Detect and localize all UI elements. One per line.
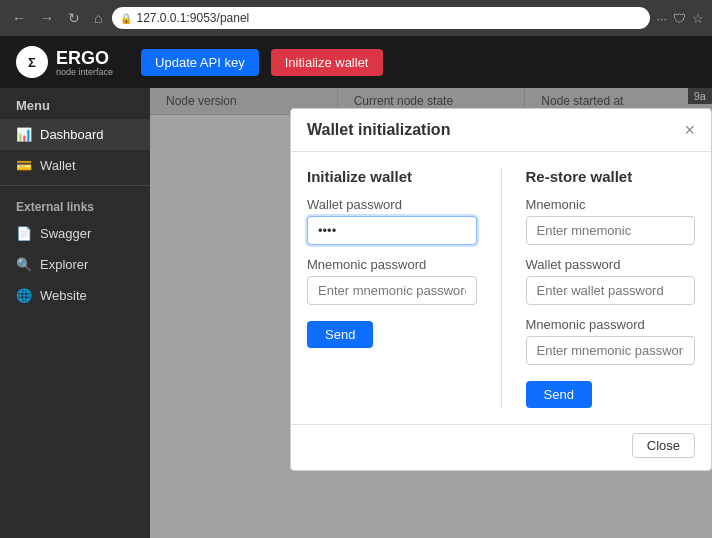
wallet-password-group: Wallet password [307, 197, 477, 245]
logo-area: Σ ERGO node interface [16, 46, 113, 78]
restore-wallet-password-group: Wallet password [526, 257, 696, 305]
modal-header: Wallet initialization × [291, 109, 711, 152]
dashboard-icon: 📊 [16, 127, 32, 142]
sidebar-wallet-label: Wallet [40, 158, 76, 173]
modal-body: Initialize wallet Wallet password Mnemon… [291, 152, 711, 424]
app-header: Σ ERGO node interface Update API key Ini… [0, 36, 712, 88]
modal-close-button[interactable]: Close [632, 433, 695, 458]
shield-icon: 🛡 [673, 11, 686, 26]
browser-bar: ← → ↻ ⌂ 🔒 127.0.0.1:9053/panel ··· 🛡 ☆ [0, 0, 712, 36]
sidebar-item-dashboard[interactable]: 📊 Dashboard [0, 119, 150, 150]
forward-button[interactable]: → [36, 8, 58, 28]
restore-mnemonic-group: Mnemonic [526, 197, 696, 245]
sidebar-divider [0, 185, 150, 186]
modal-close-x-button[interactable]: × [684, 121, 695, 139]
home-button[interactable]: ⌂ [90, 8, 106, 28]
browser-actions: ··· 🛡 ☆ [656, 11, 704, 26]
restore-wallet-password-input[interactable] [526, 276, 696, 305]
more-icon[interactable]: ··· [656, 11, 667, 26]
wallet-password-input[interactable] [307, 216, 477, 245]
address-bar[interactable]: 🔒 127.0.0.1:9053/panel [112, 7, 650, 29]
sidebar-swagger-label: Swagger [40, 226, 91, 241]
initialize-wallet-button[interactable]: Initialize wallet [271, 49, 383, 76]
init-wallet-send-button[interactable]: Send [307, 321, 373, 348]
restore-wallet-send-button[interactable]: Send [526, 381, 592, 408]
main-layout: Menu 📊 Dashboard 💳 Wallet External links… [0, 88, 712, 538]
refresh-button[interactable]: ↻ [64, 8, 84, 28]
logo-icon: Σ [16, 46, 48, 78]
mnemonic-password-input[interactable] [307, 276, 477, 305]
bookmark-icon[interactable]: ☆ [692, 11, 704, 26]
restore-mnemonic-password-input[interactable] [526, 336, 696, 365]
mnemonic-password-group: Mnemonic password [307, 257, 477, 305]
sidebar: Menu 📊 Dashboard 💳 Wallet External links… [0, 88, 150, 538]
restore-mnemonic-input[interactable] [526, 216, 696, 245]
explorer-icon: 🔍 [16, 257, 32, 272]
modal-title: Wallet initialization [307, 121, 450, 139]
sidebar-item-swagger[interactable]: 📄 Swagger [0, 218, 150, 249]
update-api-button[interactable]: Update API key [141, 49, 259, 76]
sidebar-dashboard-label: Dashboard [40, 127, 104, 142]
initialize-wallet-section: Initialize wallet Wallet password Mnemon… [307, 168, 477, 408]
restore-wallet-password-label: Wallet password [526, 257, 696, 272]
url-text: 127.0.0.1:9053/panel [136, 11, 249, 25]
back-button[interactable]: ← [8, 8, 30, 28]
brand-name: ERGO [56, 48, 109, 68]
external-links-label: External links [0, 190, 150, 218]
wallet-initialization-modal: Wallet initialization × Initialize walle… [290, 108, 712, 471]
swagger-icon: 📄 [16, 226, 32, 241]
sidebar-item-explorer[interactable]: 🔍 Explorer [0, 249, 150, 280]
restore-wallet-section: Re-store wallet Mnemonic Wallet password… [526, 168, 696, 408]
mnemonic-password-label: Mnemonic password [307, 257, 477, 272]
sidebar-item-website[interactable]: 🌐 Website [0, 280, 150, 311]
init-wallet-title: Initialize wallet [307, 168, 477, 185]
logo-text: ERGO node interface [56, 48, 113, 77]
wallet-password-label: Wallet password [307, 197, 477, 212]
modal-section-divider [501, 168, 502, 408]
wallet-icon: 💳 [16, 158, 32, 173]
lock-icon: 🔒 [120, 13, 132, 24]
restore-mnemonic-password-label: Mnemonic password [526, 317, 696, 332]
restore-wallet-title: Re-store wallet [526, 168, 696, 185]
sidebar-explorer-label: Explorer [40, 257, 88, 272]
sidebar-item-wallet[interactable]: 💳 Wallet [0, 150, 150, 181]
content-area: Node version Current node state Node sta… [150, 88, 712, 538]
sidebar-menu-label: Menu [0, 88, 150, 119]
brand-sub: node interface [56, 67, 113, 77]
website-icon: 🌐 [16, 288, 32, 303]
sidebar-website-label: Website [40, 288, 87, 303]
restore-mnemonic-label: Mnemonic [526, 197, 696, 212]
modal-footer: Close [291, 424, 711, 470]
restore-mnemonic-password-group: Mnemonic password [526, 317, 696, 365]
